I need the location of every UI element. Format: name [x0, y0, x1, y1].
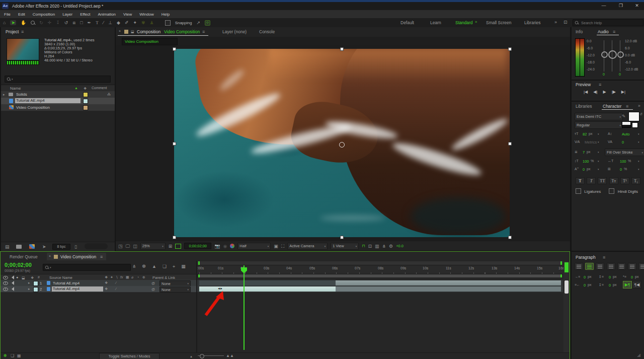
graph-editor-icon[interactable]: ▦ [181, 264, 186, 269]
type-tool-icon[interactable]: T [96, 20, 99, 25]
rectangle-tool-icon[interactable]: □ [80, 20, 83, 25]
kerning-dropdown-icon[interactable]: ▾ [598, 140, 599, 143]
tsume-dropdown-icon[interactable]: ▾ [638, 168, 639, 171]
project-tab[interactable]: Project [6, 29, 19, 34]
dolly-camera-tool-icon[interactable]: ↧ [56, 20, 60, 25]
small-caps-button[interactable]: Tᴛ [609, 177, 618, 184]
tracking-value[interactable]: 0 [622, 140, 624, 145]
layer2-bar-tail[interactable] [336, 286, 561, 292]
workspace-standard-menu-icon[interactable]: ≡ [475, 20, 477, 24]
faux-italic-button[interactable]: T [587, 177, 596, 184]
vertical-scale-dropdown-icon[interactable]: ▾ [598, 160, 599, 163]
justify-last-center-button[interactable] [617, 263, 626, 270]
stroke-width-dropdown-icon[interactable]: ▾ [598, 151, 599, 154]
channels-icon[interactable] [230, 244, 234, 248]
font-style-dropdown[interactable]: Regular▾ [575, 121, 623, 129]
layer-tab[interactable]: Layer (none) [222, 29, 247, 34]
paragraph-tab[interactable]: Paragraph [576, 255, 596, 260]
master-slider-knob[interactable] [608, 50, 617, 59]
video-toggle-icon[interactable] [3, 288, 8, 291]
menu-layer[interactable]: Layer [62, 12, 72, 17]
selection-handle[interactable] [508, 142, 512, 146]
snapshot-icon[interactable]: 📷 [214, 244, 220, 249]
workspace-small-screen[interactable]: Small Screen [486, 20, 512, 25]
selection-handle[interactable] [173, 142, 176, 146]
shy-switch-icon[interactable]: ❖ [105, 287, 108, 291]
viewer-subtab[interactable]: Video Composition [122, 38, 178, 45]
project-search-box[interactable]: ▾ [5, 76, 111, 83]
eraser-tool-icon[interactable]: ◆ [117, 20, 120, 25]
menu-edit[interactable]: Edit [18, 12, 25, 17]
expand-transfer-icon[interactable]: ❆ [4, 353, 7, 358]
help-search-box[interactable] [573, 19, 643, 26]
primary-viewer-icon[interactable]: 🖵 [126, 244, 130, 249]
selection-handle[interactable] [508, 47, 512, 51]
puppet-pin-tool-icon[interactable]: ✦ [133, 20, 137, 25]
project-row-footage[interactable]: Tutorial AE.mp4 [1, 98, 115, 104]
maximize-button[interactable]: ❐ [615, 3, 627, 8]
project-row-composition[interactable]: Video Composition [1, 104, 115, 111]
stroke-width-value[interactable]: 7 [583, 150, 585, 155]
lock-icon[interactable]: ⬓ [131, 29, 134, 34]
parent-pickwhip-icon[interactable]: @ [151, 281, 155, 286]
3d-switch-icon[interactable]: ⊕ [142, 275, 145, 279]
video-column-icon[interactable] [3, 276, 8, 279]
expand-in-out-icon[interactable]: ❏ [11, 353, 14, 358]
project-row-solids[interactable]: ▸ Solids ⁂ [1, 91, 115, 98]
indent-left-value[interactable]: 0 [584, 275, 586, 279]
selection-handle[interactable] [340, 236, 344, 239]
font-size-dropdown-icon[interactable]: ▾ [598, 132, 599, 135]
comment-column-header[interactable]: Comment [92, 86, 107, 90]
label-swatch[interactable] [33, 281, 38, 286]
swap-colors-icon[interactable]: ↺ [639, 112, 642, 117]
subscript-button[interactable]: T₁ [631, 177, 640, 184]
magnification-dropdown[interactable]: 25%▾ [140, 243, 166, 250]
exposure-value[interactable]: +0.0 [396, 244, 404, 248]
frame-blending-icon[interactable]: ❏ [163, 264, 167, 269]
menu-composition[interactable]: Composition [33, 12, 55, 17]
space-after-value[interactable]: 0 [609, 283, 611, 288]
time-ruler[interactable]: :00s 01s 02s 03s 04s 05s 06s 07s 08s 09s… [197, 265, 563, 274]
close-tab-icon[interactable]: × [119, 29, 121, 33]
space-before-value[interactable]: 0 [609, 275, 611, 279]
menu-file[interactable]: File [4, 12, 11, 17]
font-family-dropdown[interactable]: Eras Demi ITC▾ [575, 113, 623, 120]
flowchart-button-icon[interactable]: ⋔ [382, 244, 386, 249]
work-area-start[interactable] [198, 274, 200, 277]
help-search-input[interactable] [580, 20, 632, 26]
justify-all-button[interactable] [638, 263, 644, 270]
new-folder-icon[interactable] [16, 245, 22, 249]
indent-right-value[interactable]: 0 [584, 283, 586, 288]
libraries-tab[interactable]: Libraries [576, 104, 592, 109]
video-toggle-icon[interactable] [3, 281, 8, 285]
quality-switch-icon[interactable]: ∖ [116, 275, 118, 279]
label-swatch[interactable] [33, 287, 38, 292]
paragraph-panel-menu-icon[interactable]: ≡ [603, 255, 605, 260]
solo-column-icon[interactable]: ● [16, 275, 18, 279]
motion-blur-icon[interactable]: ⌖ [173, 264, 175, 269]
selection-handle[interactable] [173, 236, 176, 239]
play-button[interactable]: ▶ [603, 90, 606, 94]
selection-handle[interactable] [173, 47, 176, 51]
timeline-comp-tab[interactable]: × Video Composition ≡ [47, 253, 106, 260]
bit-depth-button[interactable]: 8 bpc [52, 244, 70, 250]
menu-view[interactable]: View [123, 12, 132, 17]
selection-handle[interactable] [508, 236, 512, 239]
share-view-icon[interactable]: ◫ [133, 244, 137, 249]
right-level-value[interactable]: 0 [619, 73, 621, 76]
shy-switch-icon[interactable]: ❖ [105, 275, 108, 279]
menu-window[interactable]: Window [139, 12, 153, 17]
first-frame-button[interactable]: |◀ [584, 90, 588, 94]
tracking-dropdown-icon[interactable]: ▾ [638, 140, 639, 143]
align-left-button[interactable] [575, 263, 583, 270]
character-tab[interactable]: Character [603, 104, 621, 109]
fill-color-swatch[interactable] [628, 112, 639, 121]
orbit-camera-tool-icon[interactable]: ↻ [39, 20, 43, 25]
transparency-grid-icon[interactable]: ⛶ [281, 244, 284, 249]
no-stroke-swatch[interactable] [632, 122, 638, 128]
stroke-mode-dropdown[interactable]: Fill Over Stroke▾ [605, 149, 644, 156]
menu-animation[interactable]: Animation [98, 12, 116, 17]
ltr-direction-button[interactable]: ▶¶ [623, 281, 632, 289]
brush-tool-icon[interactable]: ∕ [103, 20, 104, 25]
pan-camera-tool-icon[interactable]: ✛ [48, 20, 52, 25]
